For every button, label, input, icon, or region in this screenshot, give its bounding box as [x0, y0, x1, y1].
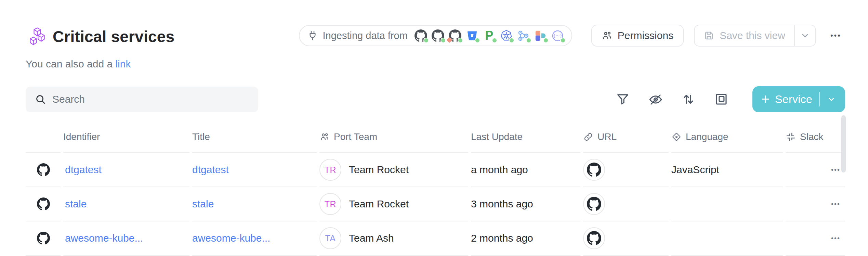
github-icon	[587, 231, 601, 245]
header-more-button[interactable]: •••	[830, 32, 841, 39]
hide-columns-button[interactable]	[648, 92, 663, 106]
identifier-link[interactable]: dtgatest	[63, 164, 102, 176]
identifier-cell: dtgatest	[63, 153, 189, 187]
team-cell: TR Team Rocket	[319, 187, 468, 221]
header-actions: Ingesting data from P	[299, 25, 842, 47]
row-more-button[interactable]: •••	[831, 235, 840, 242]
integration-strip: P	[415, 29, 564, 42]
status-dot	[509, 38, 514, 43]
row-menu-cell: •••	[786, 221, 845, 256]
identifier-link[interactable]: stale	[63, 198, 87, 210]
plus-icon: +	[761, 92, 770, 106]
status-dot	[543, 38, 549, 43]
users-icon	[602, 30, 613, 41]
row-more-button[interactable]: •••	[831, 166, 840, 173]
status-dot	[458, 38, 463, 43]
search-icon	[35, 93, 46, 105]
search-box[interactable]	[26, 87, 258, 112]
source-cell	[26, 221, 61, 256]
add-link[interactable]: link	[115, 58, 131, 69]
github-url-link[interactable]	[583, 159, 605, 181]
column-header-last-update[interactable]: Last Update	[471, 121, 580, 153]
control-row: + Service	[26, 86, 845, 112]
identifier-link[interactable]: awesome-kube...	[63, 232, 143, 244]
status-dot	[440, 38, 446, 43]
kubernetes-icon[interactable]	[500, 29, 513, 42]
status-dot	[560, 38, 566, 43]
team-cell: TR Team Rocket	[319, 153, 468, 187]
table-row: awesome-kube... awesome-kube... TA Team …	[26, 221, 845, 256]
save-icon	[703, 30, 714, 41]
group-by-button[interactable]	[714, 92, 728, 106]
search-input[interactable]	[52, 93, 249, 105]
title-link[interactable]: stale	[192, 198, 214, 210]
column-header-title[interactable]: Title	[192, 121, 317, 153]
diamond-icon	[671, 132, 682, 142]
team-avatar[interactable]: TR	[319, 159, 341, 181]
github-url-link[interactable]	[583, 193, 605, 215]
vertical-scrollbar[interactable]	[841, 115, 846, 172]
github-url-link[interactable]	[583, 227, 605, 249]
ingesting-label: Ingesting data from	[323, 30, 408, 41]
ingesting-data-pill[interactable]: Ingesting data from P	[299, 25, 572, 46]
status-dot	[475, 38, 480, 43]
chevron-down-icon	[800, 30, 810, 41]
funnel-icon	[616, 92, 630, 106]
column-header-slack[interactable]: Slack	[786, 121, 845, 153]
team-name: Team Rocket	[349, 198, 409, 210]
team-name: Team Ash	[349, 232, 394, 244]
identifier-cell: awesome-kube...	[63, 221, 189, 256]
table-actions: + Service	[616, 86, 845, 112]
permissions-label: Permissions	[618, 30, 673, 41]
status-dot	[492, 38, 497, 43]
subtitle: You can also add a link	[26, 58, 131, 70]
url-cell	[583, 187, 669, 221]
pagerduty-icon[interactable]: P	[483, 29, 496, 42]
catalog-page: Critical services Ingesting data from	[0, 0, 868, 256]
eye-off-icon	[648, 92, 663, 106]
column-header-url[interactable]: URL	[583, 121, 669, 153]
save-view-button[interactable]: Save this view	[695, 30, 794, 41]
team-name: Team Rocket	[349, 164, 409, 176]
save-view-dropdown-button[interactable]	[795, 30, 815, 41]
table-row: dtgatest dtgatest TR Team Rocket a month…	[26, 153, 845, 187]
status-dot	[526, 38, 531, 43]
table-row: stale stale TR Team Rocket 3 months ago …	[26, 187, 845, 221]
data-source-icon[interactable]	[534, 29, 547, 42]
plug-icon	[307, 30, 318, 41]
row-menu-cell: •••	[786, 187, 845, 221]
permissions-button[interactable]: Permissions	[591, 25, 684, 47]
team-avatar[interactable]: TA	[319, 227, 341, 249]
column-header-port-team[interactable]: Port Team	[319, 121, 468, 153]
page-title: Critical services	[53, 27, 174, 46]
github-icon	[37, 163, 50, 176]
column-header-identifier[interactable]: Identifier	[63, 121, 189, 153]
bitbucket-icon[interactable]	[466, 29, 478, 42]
row-more-button[interactable]: •••	[831, 201, 840, 207]
column-header-language[interactable]: Language	[671, 121, 783, 153]
url-cell	[583, 221, 669, 256]
sort-button[interactable]	[681, 92, 696, 106]
github-badged-icon[interactable]	[449, 29, 461, 42]
github-icon	[587, 163, 601, 177]
frame-icon	[714, 92, 728, 106]
title-link[interactable]: dtgatest	[192, 164, 229, 176]
identifier-cell: stale	[63, 187, 189, 221]
github-icon[interactable]	[415, 29, 427, 42]
language-cell: JavaScript	[671, 153, 783, 187]
github-icon	[37, 232, 50, 245]
last-update-cell: 2 months ago	[471, 221, 580, 256]
url-cell	[583, 153, 669, 187]
chevron-down-icon[interactable]	[827, 94, 836, 104]
add-service-button[interactable]: + Service	[752, 86, 845, 112]
language-cell	[671, 187, 783, 221]
pipeline-icon[interactable]	[517, 29, 530, 42]
filter-button[interactable]	[616, 92, 630, 106]
api-icon[interactable]	[551, 29, 564, 42]
team-avatar[interactable]: TR	[319, 193, 341, 215]
title-link[interactable]: awesome-kube...	[192, 232, 270, 244]
sort-arrows-icon	[681, 92, 696, 106]
save-view-split-button: Save this view	[694, 25, 816, 47]
slack-icon	[786, 132, 796, 142]
github-icon[interactable]	[432, 29, 444, 42]
